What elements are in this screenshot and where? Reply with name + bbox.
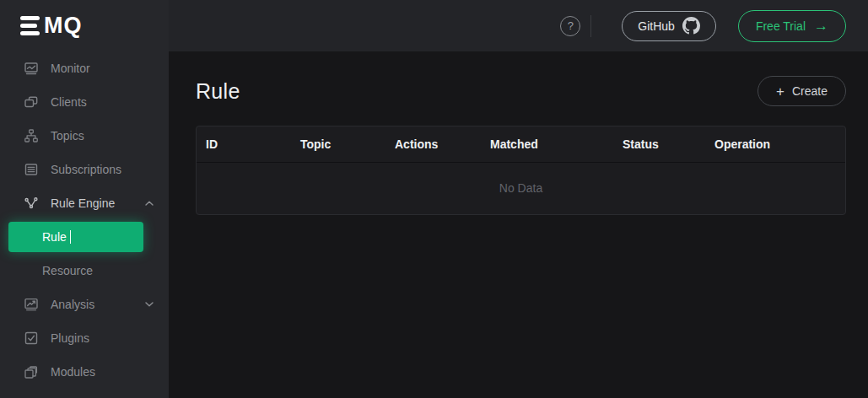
plugins-icon (24, 331, 39, 346)
rule-engine-icon (24, 196, 39, 211)
column-header-topic: Topic (291, 126, 385, 162)
table-header-row: ID Topic Actions Matched Status Operatio… (197, 126, 845, 162)
text-caret (70, 230, 72, 244)
sidebar-item-monitor[interactable]: Monitor (0, 51, 169, 85)
sidebar: MQ Monitor Clients Topics (0, 0, 169, 398)
emqx-dashboard: MQ Monitor Clients Topics (0, 0, 868, 398)
column-header-operation: Operation (705, 126, 845, 162)
column-header-id: ID (197, 126, 291, 162)
sidebar-subitem-label: Resource (42, 264, 93, 277)
topbar: ? GitHub Free Trial → (169, 0, 868, 51)
sidebar-subitem-label: Rule (42, 230, 67, 244)
emq-logo: MQ (0, 0, 169, 51)
clients-icon (24, 94, 39, 110)
column-header-matched: Matched (481, 126, 613, 162)
no-data-label: No Data (197, 162, 845, 214)
topbar-divider (590, 15, 591, 37)
arrow-right-icon: → (814, 19, 828, 33)
github-button[interactable]: GitHub (622, 11, 716, 41)
github-button-label: GitHub (638, 19, 675, 33)
sidebar-item-topics[interactable]: Topics (0, 119, 169, 153)
column-header-status: Status (613, 126, 705, 162)
sidebar-item-label: Analysis (51, 298, 94, 311)
topics-icon (24, 128, 39, 143)
subscriptions-icon (24, 162, 39, 177)
sidebar-item-label: Rule Engine (51, 196, 115, 210)
page-title: Rule (196, 79, 240, 104)
sidebar-item-label: Subscriptions (51, 163, 121, 176)
sidebar-subitem-rule[interactable]: Rule (8, 222, 143, 252)
sidebar-subitem-resource[interactable]: Resource (0, 254, 169, 288)
sidebar-item-label: Plugins (51, 331, 89, 345)
monitor-icon (24, 61, 39, 76)
empty-state-row: No Data (197, 162, 845, 214)
free-trial-button[interactable]: Free Trial → (738, 10, 846, 42)
sidebar-item-label: Modules (51, 365, 95, 379)
help-icon[interactable]: ? (560, 16, 580, 36)
emq-logo-wordmark: MQ (44, 14, 83, 37)
modules-icon (24, 364, 39, 379)
sidebar-item-analysis[interactable]: Analysis (0, 288, 169, 321)
chevron-down-icon (145, 302, 154, 307)
main-panel: ? GitHub Free Trial → Rule + Create (169, 0, 868, 398)
sidebar-item-plugins[interactable]: Plugins (0, 321, 169, 355)
free-trial-label: Free Trial (756, 19, 806, 33)
emq-logo-e-bars-icon (20, 16, 40, 35)
create-button[interactable]: + Create (757, 76, 846, 106)
content-area: Rule + Create ID Topic A (169, 51, 868, 398)
sidebar-item-modules[interactable]: Modules (0, 355, 169, 389)
plus-icon: + (776, 84, 784, 99)
sidebar-item-label: Monitor (51, 62, 90, 75)
sidebar-item-subscriptions[interactable]: Subscriptions (0, 153, 169, 186)
rules-table: ID Topic Actions Matched Status Operatio… (196, 126, 846, 215)
page-header: Rule + Create (196, 76, 846, 106)
create-button-label: Create (792, 84, 828, 98)
sidebar-item-label: Clients (51, 95, 87, 109)
sidebar-item-clients[interactable]: Clients (0, 85, 169, 119)
sidebar-item-label: Topics (51, 129, 84, 143)
sidebar-menu: Monitor Clients Topics Subscriptions (0, 51, 169, 389)
column-header-actions: Actions (385, 126, 481, 162)
chevron-up-icon (145, 201, 154, 206)
github-icon (682, 17, 700, 35)
sidebar-item-rule-engine[interactable]: Rule Engine (0, 186, 169, 220)
analysis-icon (24, 297, 39, 312)
